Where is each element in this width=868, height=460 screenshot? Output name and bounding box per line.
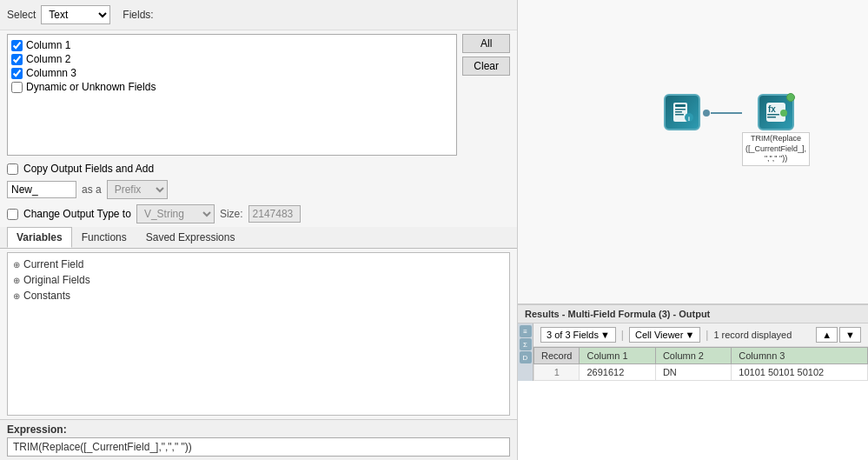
field-label-col3: Columnn 3 — [26, 67, 76, 79]
connector-dot-1 — [703, 110, 710, 117]
fields-buttons: All Clear — [462, 34, 510, 156]
col-header-col3: Columnn 3 — [732, 348, 868, 364]
fields-count-label: 3 of 3 Fields — [547, 330, 599, 340]
side-icon-1[interactable]: ≡ — [520, 325, 532, 337]
tab-saved[interactable]: Saved Expressions — [136, 227, 245, 248]
var-label-original-fields: Original Fields — [23, 274, 90, 286]
tab-functions[interactable]: Functions — [72, 227, 136, 248]
connections-svg — [518, 0, 868, 303]
clear-button[interactable]: Clear — [462, 57, 510, 76]
svg-rect-11 — [767, 117, 776, 118]
cell-viewer-button[interactable]: Cell Viewer ▼ — [629, 327, 700, 343]
connector-dot-2 — [780, 110, 787, 117]
results-table: Record Column 1 Column 2 Columnn 3 1 269… — [533, 347, 868, 381]
col-header-col2: Column 2 — [655, 348, 731, 364]
change-output-row: Change Output Type to V_String Size: — [0, 201, 517, 227]
all-button[interactable]: All — [462, 34, 510, 53]
as-a-label: as a — [82, 183, 102, 196]
canvas-area: i fx TRIM(Replace([_CurrentField_],",","… — [518, 0, 868, 303]
prefix-select[interactable]: Prefix — [107, 180, 168, 199]
vstring-select[interactable]: V_String — [136, 204, 215, 223]
row-col2: DN — [655, 364, 731, 381]
cell-viewer-label: Cell Viewer — [635, 330, 683, 340]
select-dropdown[interactable]: Text — [41, 5, 110, 24]
copy-output-row: Copy Output Fields and Add — [0, 159, 517, 178]
field-item-col1[interactable]: Column 1 — [11, 38, 453, 52]
left-side-bar: ≡ Σ D — [518, 323, 533, 381]
results-row: ≡ Σ D 3 of 3 Fields ▼ | Cell Viewer ▼ | — [518, 323, 868, 381]
var-item-current-field[interactable]: ⊕ Current Field — [11, 257, 506, 272]
field-label-col1: Column 1 — [26, 39, 70, 51]
select-row: Select Text Fields: — [0, 0, 517, 30]
results-header: Results - Multi-Field Formula (3) - Outp… — [518, 305, 868, 323]
col-header-record: Record — [534, 348, 580, 364]
var-item-constants[interactable]: ⊕ Constants — [11, 288, 506, 303]
tabs-bar: Variables Functions Saved Expressions — [0, 227, 517, 249]
node-icon-formula: fx — [758, 94, 794, 130]
var-item-original-fields[interactable]: ⊕ Original Fields — [11, 272, 506, 288]
field-item-col2[interactable]: Column 2 — [11, 52, 453, 66]
nav-arrows: ▲ ▼ — [816, 327, 861, 343]
expression-value[interactable]: TRIM(Replace([_CurrentField_],","," ")) — [7, 437, 510, 457]
svg-rect-4 — [675, 111, 682, 113]
node-input[interactable]: i — [664, 94, 700, 130]
field-checkbox-col1[interactable] — [11, 40, 23, 51]
var-label-current-field: Current Field — [23, 258, 83, 270]
field-checkbox-col2[interactable] — [11, 54, 23, 65]
size-label: Size: — [220, 208, 243, 220]
tab-variables[interactable]: Variables — [7, 227, 72, 248]
field-item-col3[interactable]: Columnn 3 — [11, 66, 453, 80]
results-content: 3 of 3 Fields ▼ | Cell Viewer ▼ | 1 reco… — [533, 323, 868, 381]
side-icon-3[interactable]: D — [520, 351, 532, 363]
separator-2: | — [706, 329, 708, 341]
node-formula-label: TRIM(Replace([_CurrentField_],","," ")) — [742, 132, 810, 166]
nav-up-button[interactable]: ▲ — [816, 327, 838, 343]
separator-1: | — [621, 329, 624, 341]
status-dot — [786, 93, 795, 102]
node-formula[interactable]: fx TRIM(Replace([_CurrentField_],","," "… — [742, 94, 810, 166]
svg-rect-3 — [675, 109, 686, 110]
cell-viewer-arrow: ▼ — [685, 330, 694, 340]
col-header-col1: Column 1 — [580, 348, 655, 364]
fields-selector[interactable]: 3 of 3 Fields ▼ — [540, 327, 616, 343]
field-label-col2: Column 2 — [26, 53, 70, 65]
node-icon-input: i — [664, 94, 700, 130]
left-panel: Select Text Fields: Column 1 Column 2 Co… — [0, 0, 518, 460]
copy-output-checkbox[interactable] — [7, 163, 18, 175]
change-output-checkbox[interactable] — [7, 209, 18, 220]
row-col3: 10101 50101 50102 — [732, 364, 868, 381]
side-icon-2[interactable]: Σ — [520, 338, 532, 350]
field-label-dynamic: Dynamic or Unknown Fields — [26, 81, 156, 93]
expand-icon-current-field[interactable]: ⊕ — [13, 260, 20, 270]
row-col1: 2691612 — [580, 364, 655, 381]
data-table: Record Column 1 Column 2 Columnn 3 1 269… — [533, 347, 868, 381]
expression-section: Expression: TRIM(Replace([_CurrentField_… — [0, 419, 517, 460]
svg-rect-2 — [675, 104, 686, 107]
svg-text:fx: fx — [768, 104, 776, 114]
field-checkbox-dynamic[interactable] — [11, 82, 23, 93]
svg-rect-10 — [767, 114, 779, 116]
expand-icon-original-fields[interactable]: ⊕ — [13, 276, 20, 285]
var-label-constants: Constants — [23, 290, 70, 302]
change-output-label: Change Output Type to — [23, 208, 131, 220]
svg-text:i: i — [688, 116, 690, 122]
field-item-dynamic[interactable]: Dynamic or Unknown Fields — [11, 80, 453, 94]
fields-list: Column 1 Column 2 Columnn 3 Dynamic or U… — [7, 34, 457, 156]
nav-down-button[interactable]: ▼ — [839, 327, 861, 343]
results-area: Results - Multi-Field Formula (3) - Outp… — [518, 303, 868, 460]
expand-icon-constants[interactable]: ⊕ — [13, 291, 20, 301]
field-checkbox-col3[interactable] — [11, 68, 23, 79]
size-input[interactable] — [248, 205, 301, 223]
select-label: Select — [7, 9, 36, 21]
expression-label: Expression: — [7, 423, 510, 436]
svg-rect-5 — [675, 114, 684, 116]
new-row: as a Prefix — [0, 178, 517, 201]
results-toolbar: 3 of 3 Fields ▼ | Cell Viewer ▼ | 1 reco… — [533, 323, 868, 347]
right-panel: i fx TRIM(Replace([_CurrentField_],",","… — [518, 0, 868, 460]
new-input[interactable] — [7, 181, 76, 198]
table-row: 1 2691612 DN 10101 50101 50102 — [534, 364, 868, 381]
copy-output-label: Copy Output Fields and Add — [23, 163, 154, 175]
variables-section: ⊕ Current Field ⊕ Original Fields ⊕ Cons… — [7, 252, 510, 416]
fields-label: Fields: — [123, 9, 153, 21]
row-num: 1 — [534, 364, 580, 381]
